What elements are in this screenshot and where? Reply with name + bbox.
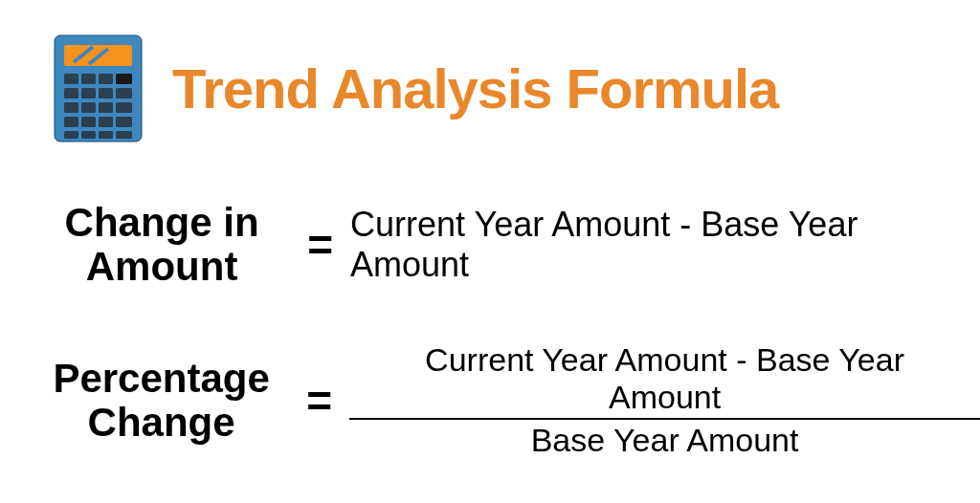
svg-rect-20 (64, 131, 78, 139)
svg-rect-23 (116, 131, 132, 139)
svg-rect-17 (81, 117, 96, 127)
svg-rect-16 (64, 117, 78, 127)
formula2-label-line2: Change (33, 401, 289, 445)
svg-rect-18 (99, 117, 113, 127)
svg-rect-9 (81, 88, 96, 98)
formula1-label-line1: Change in (33, 201, 290, 245)
svg-rect-4 (64, 74, 78, 84)
formula1-label-line2: Amount (33, 245, 290, 289)
svg-rect-15 (116, 102, 132, 113)
svg-rect-8 (64, 88, 78, 98)
formula-percentage-change: Percentage Change = Current Year Amount … (0, 341, 980, 459)
formula2-numerator: Current Year Amount - Base Year Amount (349, 341, 980, 418)
formula2-fraction: Current Year Amount - Base Year Amount B… (349, 341, 980, 459)
svg-rect-6 (99, 74, 113, 84)
svg-rect-5 (81, 74, 96, 84)
equals-sign: = (307, 219, 333, 271)
svg-rect-19 (116, 117, 132, 127)
svg-rect-22 (99, 131, 113, 139)
formula2-denominator: Base Year Amount (349, 418, 980, 459)
formula1-rhs: Current Year Amount - Base Year Amount (350, 205, 980, 285)
formula-change-in-amount: Change in Amount = Current Year Amount -… (0, 201, 980, 289)
svg-rect-14 (99, 102, 113, 113)
svg-rect-7 (116, 74, 132, 84)
formula1-label: Change in Amount (33, 201, 290, 289)
header: Trend Analysis Formula (0, 33, 980, 143)
calculator-icon (53, 33, 144, 143)
formula2-label: Percentage Change (33, 357, 289, 445)
svg-rect-10 (99, 88, 113, 98)
svg-rect-21 (81, 131, 96, 139)
page-title: Trend Analysis Formula (172, 56, 778, 120)
formula2-label-line1: Percentage (33, 357, 289, 401)
svg-rect-13 (81, 102, 96, 113)
svg-rect-12 (64, 102, 78, 113)
equals-sign: = (306, 375, 332, 426)
svg-rect-11 (116, 88, 132, 98)
